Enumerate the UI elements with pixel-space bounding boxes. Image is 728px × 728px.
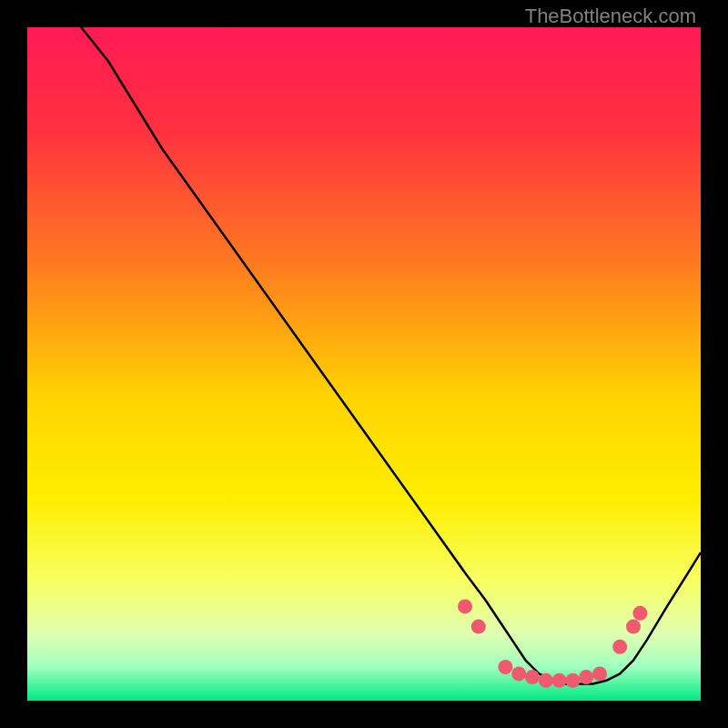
data-point <box>612 640 627 654</box>
gradient-background <box>27 27 701 701</box>
data-point <box>471 620 486 634</box>
data-point <box>632 606 647 621</box>
data-point <box>458 599 472 613</box>
data-point <box>498 660 512 674</box>
data-point <box>626 620 641 634</box>
data-point <box>525 670 540 684</box>
data-point <box>579 670 593 684</box>
data-point <box>565 673 580 688</box>
data-point <box>539 673 553 688</box>
data-point <box>552 673 567 688</box>
data-point <box>592 666 607 681</box>
chart-area <box>27 27 701 701</box>
chart-svg <box>27 27 701 701</box>
data-point <box>511 666 526 681</box>
chart-container: TheBottleneck.com <box>0 0 728 728</box>
watermark-text: TheBottleneck.com <box>525 5 696 28</box>
